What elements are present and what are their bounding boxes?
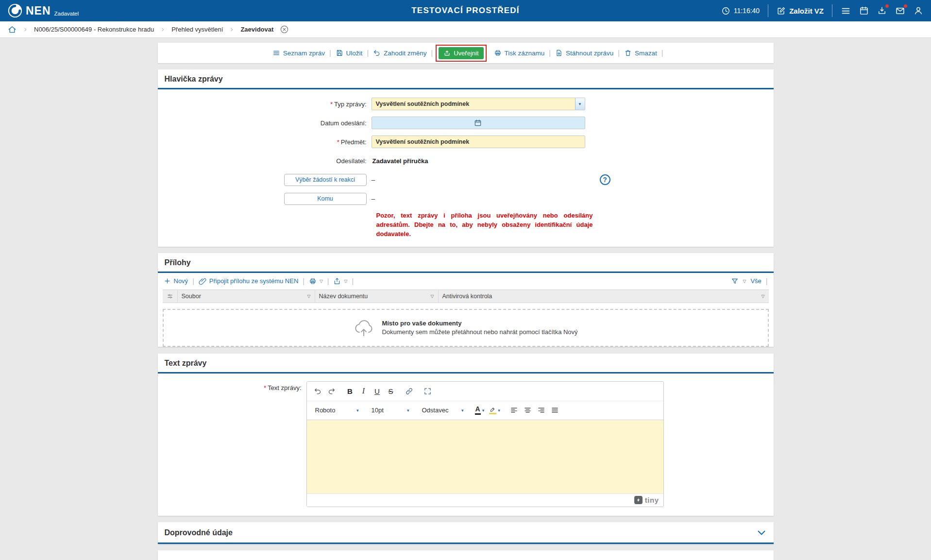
editor-italic-button[interactable]: I — [357, 385, 370, 397]
toolbar-smazat[interactable]: Smazat — [620, 49, 661, 57]
session-time-value: 11:16:40 — [734, 7, 760, 15]
expand-chevron-down-icon[interactable] — [756, 527, 767, 538]
vse-filter-button[interactable]: Vše — [750, 277, 761, 285]
editor-align-right-button[interactable] — [535, 404, 548, 417]
uverejnit-label: Uveřejnit — [454, 50, 478, 57]
column-settings-button[interactable] — [163, 290, 177, 303]
editor-textcolor-button[interactable]: A ▾ — [473, 404, 487, 417]
chevron-right-icon — [23, 27, 28, 32]
prilohy-header: Přílohy — [158, 253, 774, 273]
datepicker-calendar-icon[interactable] — [474, 119, 482, 127]
editor-align-center-button[interactable] — [522, 404, 534, 417]
section-hlavicka-zpravy: Hlavička zprávy *Typ zprávy: Vysvětlení … — [158, 69, 774, 247]
predmet-label: *Předmět: — [158, 138, 372, 146]
editor-undo-button[interactable] — [312, 385, 324, 397]
record-toolbar: Seznam zpráv | Uložit | Zahodit změny | … — [158, 43, 774, 63]
typ-zpravy-dropdown-icon[interactable]: ▼ — [575, 98, 585, 110]
dropzone-title: Místo pro vaše dokumenty — [382, 320, 577, 327]
editor-content-area[interactable] — [307, 420, 663, 493]
document-download-icon — [555, 49, 563, 57]
datum-odeslani-input[interactable] — [372, 117, 585, 129]
export-icon — [333, 277, 341, 285]
profile-button[interactable] — [914, 6, 923, 16]
toolbar-seznam-zprav[interactable]: Seznam zpráv — [268, 49, 329, 57]
filter-button[interactable] — [731, 277, 739, 285]
home-button[interactable] — [8, 25, 17, 34]
hlavicka-header: Hlavička zprávy — [158, 69, 774, 89]
toolbar-tisk-zaznamu[interactable]: Tisk záznamu — [490, 49, 549, 57]
predmet-input[interactable]: Vysvětlení soutěžních podmínek — [372, 136, 585, 148]
export-menu-button[interactable]: ▽ — [333, 277, 347, 285]
select-chevron-icon: ▾ — [407, 408, 409, 413]
vyber-zadosti-button[interactable]: Výběr žádostí k reakci — [284, 174, 367, 186]
trash-icon — [624, 49, 632, 57]
editor-justify-button[interactable] — [549, 404, 561, 417]
column-filter-icon[interactable]: ▽ — [762, 294, 765, 299]
messages-button[interactable] — [895, 6, 905, 16]
doprovodne-header[interactable]: Doprovodné údaje — [158, 522, 774, 544]
editor-align-left-button[interactable] — [508, 404, 521, 417]
breadcrumb-item-contract[interactable]: N006/25/S00000649 - Rekonstrukce hradu — [34, 26, 154, 33]
required-mark: * — [337, 138, 339, 146]
pripojit-label: Připojit přílohu ze systému NEN — [209, 277, 299, 285]
editor-fontsize-value: 10pt — [372, 407, 384, 414]
odesilatel-field: Zadavatel příručka — [372, 156, 585, 165]
uverejnit-button[interactable]: Uveřejnit — [439, 47, 483, 59]
toolbar-zahodit-label: Zahodit změny — [384, 50, 427, 57]
dropzone-subtitle: Dokumenty sem můžete přetáhnout nebo nah… — [382, 328, 577, 336]
column-filter-icon[interactable]: ▽ — [431, 294, 434, 299]
pripojit-prilohu-button[interactable]: Připojit přílohu ze systému NEN — [199, 277, 299, 285]
datum-odeslani-label: Datum odeslání: — [158, 119, 372, 127]
save-icon — [336, 49, 343, 57]
editor-bold-button[interactable]: B — [344, 385, 356, 397]
column-antivir-label: Antivirová kontrola — [442, 293, 492, 300]
chevron-right-icon — [160, 27, 165, 32]
typ-zpravy-select[interactable]: Vysvětlení soutěžních podmínek ▼ — [372, 98, 585, 110]
vse-dropdown-icon[interactable]: ▽ — [743, 279, 746, 284]
required-mark: * — [264, 384, 266, 391]
breadcrumb-current: Zaevidovat — [240, 26, 273, 33]
column-filter-icon[interactable]: ▽ — [307, 294, 311, 299]
header-separator — [768, 4, 768, 17]
menu-button[interactable] — [841, 6, 851, 16]
section-doprovodne-udaje: Doprovodné údaje — [158, 522, 774, 544]
highlight-color-bar — [489, 413, 496, 414]
editor-fontsize-select[interactable]: 10pt ▾ — [368, 404, 413, 417]
create-vz-button[interactable]: Založit VZ — [777, 6, 824, 16]
toolbar-ulozit[interactable]: Uložit — [331, 49, 367, 57]
help-button[interactable]: ? — [600, 174, 610, 185]
toolbar-stahnout-zpravu[interactable]: Stáhnout zprávu — [551, 49, 618, 57]
breadcrumb-item-overview[interactable]: Přehled vysvětlení — [171, 26, 223, 33]
novy-button[interactable]: Nový — [164, 277, 188, 285]
komu-button[interactable]: Komu — [284, 193, 367, 205]
typ-zpravy-value: Vysvětlení soutěžních podmínek — [372, 101, 575, 107]
attachments-toolbar: Nový | Připojit přílohu ze systému NEN |… — [158, 273, 774, 289]
editor-link-button[interactable] — [403, 385, 416, 397]
editor-strikethrough-button[interactable]: S — [385, 385, 397, 397]
column-header-nazev[interactable]: Název dokumentu ▽ — [315, 290, 438, 303]
editor-redo-button[interactable] — [325, 385, 338, 397]
document-dropzone[interactable]: Místo pro vaše dokumenty Dokumenty sem m… — [163, 309, 769, 347]
downloads-button[interactable] — [877, 6, 887, 16]
session-time: 11:16:40 — [721, 6, 760, 16]
editor-toolbar-row2: Roboto ▾ 10pt ▾ Odstavec ▾ A — [307, 401, 663, 420]
print-menu-button[interactable]: ▽ — [309, 277, 323, 285]
plus-icon — [164, 277, 171, 285]
person-icon — [914, 6, 923, 16]
required-mark: * — [330, 101, 333, 108]
close-tab-button[interactable] — [280, 25, 289, 34]
editor-underline-button[interactable]: U — [371, 385, 384, 397]
editor-fullscreen-button[interactable] — [422, 385, 434, 397]
editor-blockformat-select[interactable]: Odstavec ▾ — [419, 404, 467, 417]
hlavicka-title: Hlavička zprávy — [165, 75, 223, 84]
column-header-soubor[interactable]: Soubor ▽ — [177, 290, 315, 303]
toolbar-zahodit-zmeny[interactable]: Zahodit změny — [369, 49, 431, 57]
section-prilohy: Přílohy Nový | Připojit přílohu ze systé… — [158, 253, 774, 347]
editor-font-value: Roboto — [315, 407, 336, 414]
editor-font-select[interactable]: Roboto ▾ — [312, 404, 362, 417]
column-header-antivir[interactable]: Antivirová kontrola ▽ — [438, 290, 769, 303]
brand-group[interactable]: NEN Zadavatel — [8, 3, 79, 18]
calendar-button[interactable] — [859, 6, 869, 16]
section-text-zpravy: Text zprávy *Text zprávy: B I U — [158, 354, 774, 516]
editor-highlight-button[interactable]: ▾ — [487, 404, 502, 417]
